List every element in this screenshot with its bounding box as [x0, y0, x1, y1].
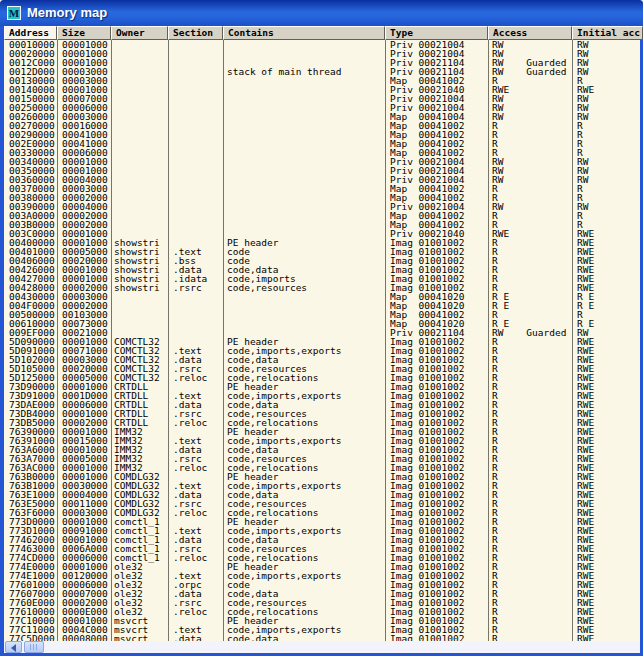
cell-access: R	[492, 634, 498, 641]
column-header-initial[interactable]: Initial acc	[572, 26, 643, 40]
cell-section: .reloc	[173, 418, 207, 427]
left-arrow-icon	[11, 644, 16, 652]
cell-access: RW Guarded	[492, 67, 566, 76]
cell-access: RW Guarded	[492, 328, 566, 337]
cell-section: .data	[173, 634, 202, 641]
column-header-owner[interactable]: Owner	[111, 26, 168, 40]
cell-section: .rsrc	[173, 283, 202, 292]
cell-contains: code,resources	[227, 283, 307, 292]
cell-section: .reloc	[173, 508, 207, 517]
cell-contains: code,data	[227, 634, 278, 641]
table-row[interactable]: 77C5D00000008000msvcrt.datacode,dataImag…	[4, 634, 640, 641]
memory-map-icon: M	[7, 6, 21, 20]
memory-map-window: M Memory map AddressSizeOwnerSectionCont…	[0, 0, 643, 656]
column-divider	[223, 40, 224, 641]
column-divider	[488, 40, 489, 641]
window-title: Memory map	[27, 5, 107, 20]
column-header-address[interactable]: Address	[4, 26, 57, 40]
cell-type: Imag 01001002	[390, 634, 464, 641]
column-divider	[168, 40, 169, 641]
column-divider	[57, 40, 58, 641]
column-divider	[385, 40, 386, 641]
column-divider	[111, 40, 112, 641]
column-header-contains[interactable]: Contains	[223, 26, 385, 40]
column-header-size[interactable]: Size	[57, 26, 111, 40]
column-header-row: AddressSizeOwnerSectionContainsTypeAcces…	[4, 26, 643, 40]
cell-section: .reloc	[173, 553, 207, 562]
cell-owner: msvcrt	[114, 634, 148, 641]
cell-section: .reloc	[173, 463, 207, 472]
cell-size: 00008000	[62, 634, 108, 641]
cell-section: .reloc	[173, 607, 207, 616]
column-header-type[interactable]: Type	[385, 26, 488, 40]
column-header-access[interactable]: Access	[488, 26, 572, 40]
titlebar[interactable]: M Memory map	[0, 0, 643, 26]
cell-section: .reloc	[173, 373, 207, 382]
column-header-section[interactable]: Section	[168, 26, 223, 40]
cell-initial: RWE	[577, 634, 594, 641]
column-divider	[572, 40, 573, 641]
scroll-left-button[interactable]	[5, 641, 22, 653]
cell-address: 77C5D000	[9, 634, 55, 641]
horizontal-scrollbar[interactable]	[4, 641, 640, 653]
cell-contains: stack of main thread	[227, 67, 341, 76]
memory-table: 0001000000001000Priv 00021004RWRW0002000…	[4, 40, 640, 641]
cell-owner: showstri	[114, 283, 160, 292]
scrollbar-thumb[interactable]	[24, 641, 44, 653]
